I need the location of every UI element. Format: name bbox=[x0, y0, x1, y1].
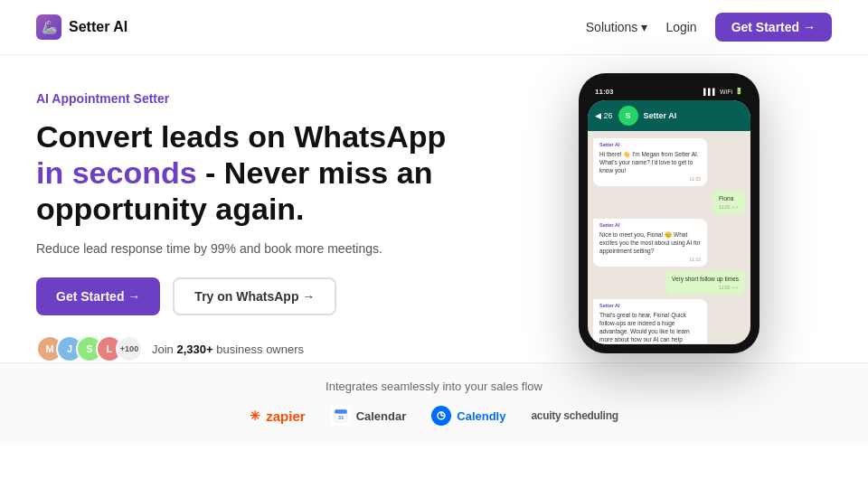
phone-screen: ◀ 26 S Setter AI Setter AI Hi there! 👋 I… bbox=[588, 100, 750, 344]
message-3: Setter AI Nice to meet you, Fiona! 😊 Wha… bbox=[593, 219, 707, 267]
chat-contact-info: Setter AI bbox=[644, 111, 677, 120]
gcal-label: Calendar bbox=[356, 409, 407, 423]
phone-status-bar: 11:03 ▌▌▌ WiFi 🔋 bbox=[595, 88, 743, 96]
phone-notch: 11:03 ▌▌▌ WiFi 🔋 bbox=[588, 82, 750, 100]
integration-zapier: ✳ zapier bbox=[250, 408, 305, 424]
message-1: Setter AI Hi there! 👋 I'm Megan from Set… bbox=[593, 138, 707, 186]
chat-name: Setter AI bbox=[644, 111, 677, 120]
social-proof-text: Join 2,330+ business owners bbox=[152, 343, 304, 356]
acuity-label: acuity scheduling bbox=[531, 409, 618, 422]
logo: 🦾 Setter AI bbox=[36, 14, 127, 40]
bottom-bar: Integrates seamlessly into your sales fl… bbox=[0, 362, 868, 442]
avatar-group: M J S L +100 bbox=[36, 335, 143, 362]
gcal-icon: 31 bbox=[331, 406, 351, 426]
integration-google-calendar: 31 Calendar bbox=[331, 406, 407, 426]
get-started-button[interactable]: Get Started → bbox=[36, 277, 160, 315]
integrations-label: Integrates seamlessly into your sales fl… bbox=[326, 380, 542, 393]
hero-title-part1: Convert leads on WhatsApp bbox=[36, 119, 446, 154]
message-2: Fiona 11:02 ✓✓ bbox=[712, 191, 745, 214]
hero-buttons: Get Started → Try on WhatsApp → bbox=[36, 277, 470, 315]
phone-time: 11:03 bbox=[595, 88, 613, 96]
logo-text: Setter AI bbox=[69, 19, 127, 35]
logo-icon: 🦾 bbox=[36, 14, 61, 40]
hero-title: Convert leads on WhatsApp in seconds - N… bbox=[36, 118, 470, 227]
try-whatsapp-button[interactable]: Try on WhatsApp → bbox=[173, 277, 336, 315]
solutions-menu[interactable]: Solutions ▾ bbox=[586, 20, 648, 34]
chevron-down-icon: ▾ bbox=[641, 20, 647, 34]
hero-tag: AI Appointment Setter bbox=[36, 91, 470, 106]
social-proof: M J S L +100 Join 2,330+ business owners bbox=[36, 335, 470, 362]
back-icon: ◀ 26 bbox=[595, 111, 613, 120]
chat-avatar: S bbox=[618, 106, 638, 126]
hero-section: AI Appointment Setter Convert leads on W… bbox=[0, 55, 868, 362]
calendly-label: Calendly bbox=[457, 409, 505, 423]
integration-acuity: acuity scheduling bbox=[531, 409, 618, 422]
chat-header: ◀ 26 S Setter AI bbox=[588, 100, 750, 131]
phone-mockup: 11:03 ▌▌▌ WiFi 🔋 ◀ 26 S Setter AI bbox=[579, 73, 760, 353]
hero-left: AI Appointment Setter Convert leads on W… bbox=[36, 82, 470, 362]
integrations-list: ✳ zapier 31 Calendar bbox=[250, 406, 618, 426]
chat-body: Setter AI Hi there! 👋 I'm Megan from Set… bbox=[588, 131, 750, 343]
social-number: 2,330+ bbox=[176, 343, 212, 356]
phone-mockup-wrapper: 11:03 ▌▌▌ WiFi 🔋 ◀ 26 S Setter AI bbox=[506, 73, 832, 353]
svg-text:31: 31 bbox=[337, 415, 344, 420]
phone-status-icons: ▌▌▌ WiFi 🔋 bbox=[703, 88, 743, 95]
nav-right: Solutions ▾ Login Get Started → bbox=[586, 13, 832, 42]
message-4: Very short follow up times 11:02 ✓✓ bbox=[665, 271, 745, 295]
signal-icon: ▌▌▌ bbox=[703, 89, 717, 95]
hero-title-accent: in seconds bbox=[36, 155, 197, 190]
hero-subtitle: Reduce lead response time by 99% and boo… bbox=[36, 241, 470, 256]
integration-calendly: Calendly bbox=[431, 406, 505, 426]
zapier-icon: ✳ bbox=[250, 408, 260, 423]
login-link[interactable]: Login bbox=[665, 20, 696, 34]
avatar-count: +100 bbox=[116, 335, 143, 362]
navbar: 🦾 Setter AI Solutions ▾ Login Get Starte… bbox=[0, 0, 868, 55]
nav-cta-button[interactable]: Get Started → bbox=[715, 13, 832, 42]
battery-icon: 🔋 bbox=[735, 88, 743, 95]
svg-rect-1 bbox=[335, 410, 347, 415]
calendly-icon bbox=[431, 406, 451, 426]
zapier-label: zapier bbox=[266, 408, 305, 424]
message-5: Setter AI That's great to hear, Fiona! Q… bbox=[593, 299, 707, 343]
wifi-icon: WiFi bbox=[720, 89, 732, 95]
